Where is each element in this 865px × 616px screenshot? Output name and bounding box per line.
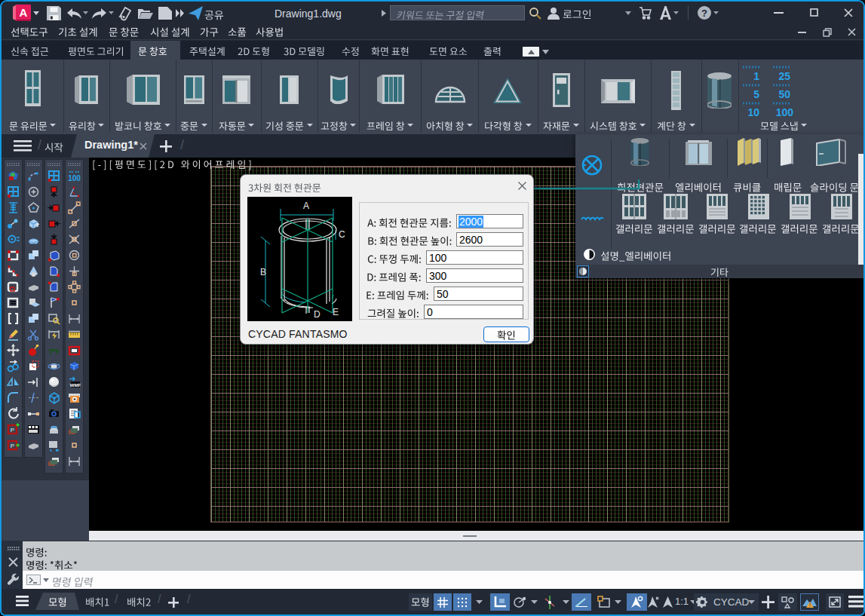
svg-text:1: 1	[753, 70, 759, 82]
svg-text:D: D	[314, 309, 321, 320]
svg-text:!: !	[809, 602, 811, 608]
svg-text:5: 5	[753, 88, 759, 100]
svg-text:50: 50	[778, 88, 790, 100]
svg-text:100: 100	[776, 106, 794, 116]
svg-text:B: B	[260, 267, 266, 277]
svg-text:P: P	[11, 443, 14, 449]
svg-text:WMF: WMF	[70, 383, 81, 388]
svg-text:E: E	[333, 307, 339, 317]
svg-text:100: 100	[68, 174, 81, 182]
svg-text:25: 25	[778, 70, 790, 82]
svg-text:?: ?	[701, 8, 707, 19]
svg-text:P: P	[11, 427, 14, 434]
svg-text:10: 10	[747, 106, 759, 116]
svg-text:C: C	[339, 229, 345, 240]
svg-text:A: A	[303, 201, 309, 211]
svg-text:A: A	[20, 6, 28, 19]
